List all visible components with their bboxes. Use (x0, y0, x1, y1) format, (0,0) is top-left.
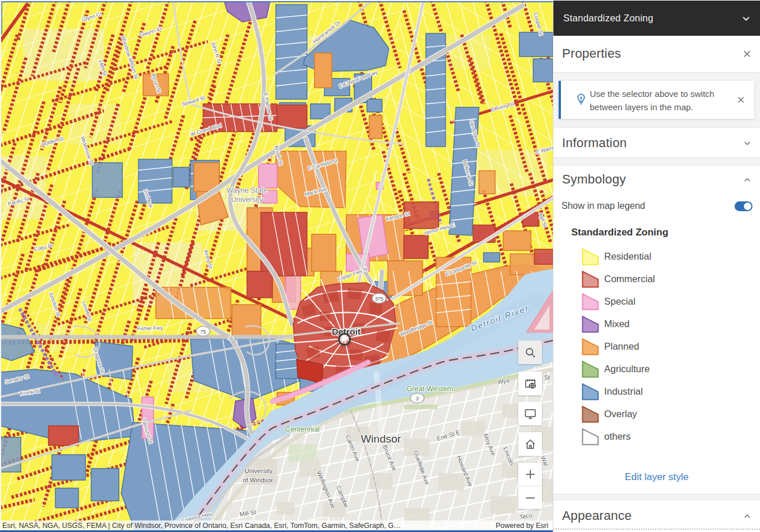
svg-text:Centennial: Centennial (285, 425, 320, 433)
svg-text:Great Western: Great Western (406, 385, 453, 393)
svg-text:University: University (231, 196, 264, 204)
svg-text:University: University (245, 467, 273, 474)
svg-text:Wayne State: Wayne State (226, 186, 267, 194)
svg-text:St: St (544, 374, 550, 381)
svg-text:375: 375 (375, 296, 383, 302)
svg-text:of Windsor: of Windsor (243, 477, 274, 484)
svg-text:3: 3 (415, 396, 418, 402)
svg-text:75: 75 (200, 329, 206, 335)
svg-text:Fisher Fwy: Fisher Fwy (137, 325, 163, 332)
svg-text:Windsor: Windsor (361, 433, 401, 445)
